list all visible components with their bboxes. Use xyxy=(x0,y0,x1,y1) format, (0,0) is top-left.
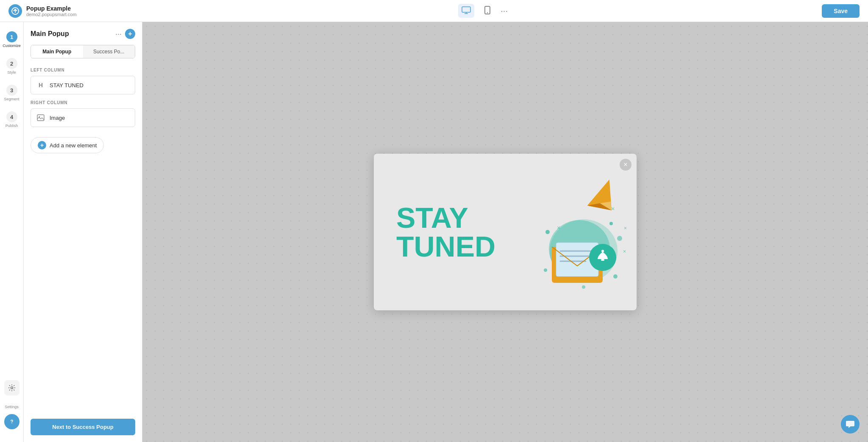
popup-modal: × STAY TUNED xyxy=(374,154,637,310)
svg-text:×: × xyxy=(623,249,626,254)
svg-rect-1 xyxy=(462,7,470,12)
svg-point-24 xyxy=(582,285,585,289)
app-logo xyxy=(8,4,22,18)
svg-point-4 xyxy=(11,387,13,389)
popup-illustration: × × × × xyxy=(518,169,637,296)
add-element-label: Add a new element xyxy=(50,142,97,149)
settings-label: Settings xyxy=(5,405,19,409)
svg-text:×: × xyxy=(557,224,560,231)
stay-tuned-text: STAY TUNED xyxy=(396,203,495,261)
sidebar-item-publish[interactable]: 4 Publish xyxy=(0,107,23,132)
left-column-label: LEFT COLUMN xyxy=(31,68,135,72)
svg-point-18 xyxy=(601,250,604,252)
sidebar-item-customize[interactable]: 1 Customize xyxy=(0,27,23,52)
app-subtitle: demo2.popupsmart.com xyxy=(26,12,77,17)
panel-header: Main Popup ··· + xyxy=(31,29,135,39)
popup-right: × × × × xyxy=(518,154,637,310)
panel: Main Popup ··· + Main Popup Success Po..… xyxy=(24,22,142,442)
sidebar-item-segment[interactable]: 3 Segment xyxy=(0,80,23,105)
svg-point-19 xyxy=(545,230,550,234)
tab-success-popup[interactable]: Success Po... xyxy=(83,45,135,58)
more-options-button[interactable]: ··· xyxy=(501,6,508,16)
header-right: Save xyxy=(822,4,860,18)
settings-button[interactable] xyxy=(4,380,19,395)
close-icon: × xyxy=(623,161,627,169)
panel-add-button[interactable]: + xyxy=(125,29,135,39)
save-button[interactable]: Save xyxy=(822,4,860,18)
heading-icon: H xyxy=(36,80,45,90)
panel-options-button[interactable]: ··· xyxy=(115,30,122,39)
svg-text:×: × xyxy=(611,205,615,212)
canvas: × STAY TUNED xyxy=(142,22,868,442)
tabs: Main Popup Success Po... xyxy=(31,45,135,58)
add-element-button[interactable]: + Add a new element xyxy=(31,137,104,153)
image-icon xyxy=(36,113,45,122)
image-element-row[interactable]: Image xyxy=(31,108,135,127)
svg-point-20 xyxy=(609,222,613,225)
popup-close-button[interactable]: × xyxy=(620,159,632,171)
desktop-view-button[interactable] xyxy=(458,4,474,18)
mobile-view-button[interactable] xyxy=(481,3,494,18)
header-title-group: Popup Example demo2.popupsmart.com xyxy=(26,5,77,17)
heading-element-label: STAY TUNED xyxy=(50,82,83,88)
app-title: Popup Example xyxy=(26,5,77,12)
heading-element-row[interactable]: H STAY TUNED xyxy=(31,76,135,94)
sidebar-item-style[interactable]: 2 Style xyxy=(0,54,23,79)
svg-point-21 xyxy=(617,236,622,241)
sidebar: 1 Customize 2 Style 3 Segment 4 Publish … xyxy=(0,22,24,442)
help-button[interactable] xyxy=(4,414,19,429)
next-button[interactable]: Next to Success Popup xyxy=(31,419,135,435)
right-column-label: RIGHT COLUMN xyxy=(31,100,135,105)
add-element-circle-icon: + xyxy=(38,141,46,149)
svg-point-22 xyxy=(544,268,547,272)
header: Popup Example demo2.popupsmart.com ··· S… xyxy=(0,0,868,22)
header-center: ··· xyxy=(144,3,822,18)
svg-point-6 xyxy=(11,423,12,423)
popup-left: STAY TUNED xyxy=(374,154,518,310)
panel-title: Main Popup xyxy=(31,30,69,38)
svg-point-3 xyxy=(487,12,488,13)
svg-text:×: × xyxy=(624,225,627,231)
image-element-label: Image xyxy=(50,115,65,121)
tab-main-popup[interactable]: Main Popup xyxy=(31,45,83,58)
header-logo-area: Popup Example demo2.popupsmart.com xyxy=(8,4,144,18)
chat-widget-button[interactable] xyxy=(841,415,860,434)
svg-point-23 xyxy=(613,274,618,279)
svg-rect-17 xyxy=(601,259,604,261)
